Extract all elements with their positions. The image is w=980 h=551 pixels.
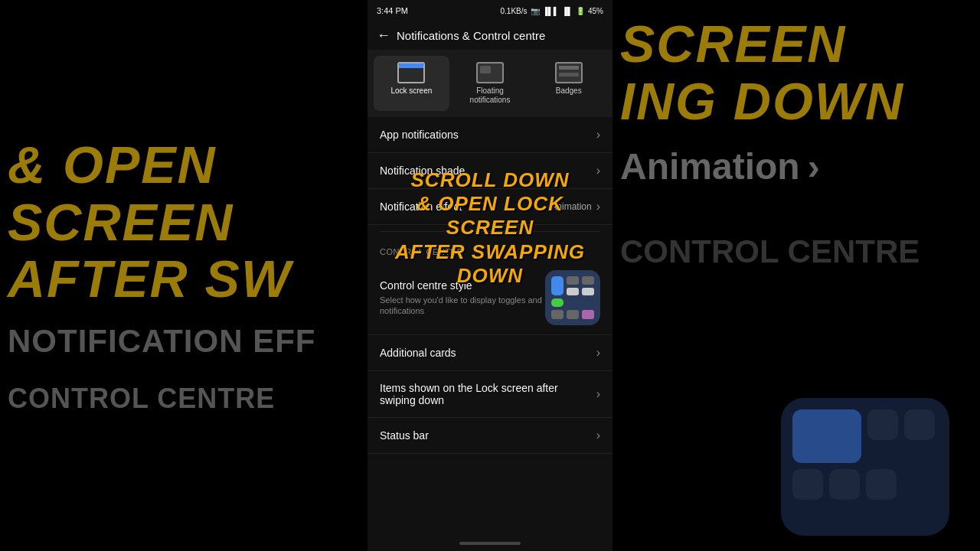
content-area: App notifications › Notification shade ›…	[368, 117, 612, 536]
bg-right-control: CONTROL CENTRE	[620, 233, 920, 270]
cs-green-tile	[551, 298, 564, 307]
status-bar-item[interactable]: Status bar ›	[368, 418, 612, 454]
status-icons: 0.1KB/s 📷 ▐▌▌ ▐▌ 🔋 45%	[501, 7, 603, 15]
additional-cards-item[interactable]: Additional cards ›	[368, 335, 612, 371]
status-bar-label: Status bar	[380, 429, 429, 442]
control-centre-style-title: Control centre style	[380, 279, 545, 292]
animation-label: Animation	[620, 145, 800, 187]
bg-text-yellow-3: AFTER SW	[8, 250, 292, 308]
bg-right-top-2: ING DOWN	[620, 73, 904, 130]
control-centre-style-preview	[545, 270, 600, 325]
back-button[interactable]: ←	[377, 28, 390, 44]
control-centre-style-item[interactable]: Control centre style Select how you'd li…	[368, 261, 612, 335]
cs-white-tile-2	[582, 288, 594, 296]
status-bar-chevron: ›	[596, 429, 600, 442]
tab-floating-label: Floating notifications	[456, 86, 525, 105]
cs-small-3	[582, 310, 594, 319]
additional-cards-label: Additional cards	[380, 347, 456, 359]
tab-badges-label: Badges	[556, 86, 582, 96]
notification-shade-chevron: ›	[596, 164, 600, 178]
tab-floating-notifications[interactable]: Floating notifications	[452, 56, 528, 111]
bg-text-yellow-1: & OPEN	[8, 136, 217, 194]
status-time: 3:44 PM	[377, 6, 408, 15]
bg-text-gray-control: Control centre	[8, 383, 275, 415]
notification-effect-label: Notification effect	[380, 201, 462, 213]
bg-control-block-sm-5	[866, 469, 897, 500]
floating-notifications-icon	[476, 62, 504, 83]
battery-icon: 🔋	[576, 7, 585, 15]
bg-text-yellow-2: SCREEN	[8, 194, 234, 251]
bg-control-block-sm-2	[904, 409, 935, 440]
chevron-right-icon: ›	[808, 145, 820, 187]
control-centre-style-text: Control centre style Select how you'd li…	[380, 279, 545, 317]
section-divider	[380, 231, 600, 232]
page-title: Notifications & Control centre	[397, 29, 545, 42]
data-speed: 0.1KB/s	[501, 7, 528, 15]
background-left: & OPEN SCREEN AFTER SW Notification eff …	[0, 0, 368, 551]
bg-control-block-blue	[792, 409, 861, 463]
cs-blue-tile	[551, 276, 564, 295]
wifi-icon: ▐▌	[562, 7, 573, 15]
tab-badges[interactable]: Badges	[531, 56, 606, 111]
app-notifications-chevron: ›	[596, 128, 600, 142]
items-lock-screen-item[interactable]: Items shown on the Lock screen after swi…	[368, 371, 612, 418]
additional-cards-chevron: ›	[596, 346, 600, 360]
lock-screen-icon-bar	[399, 64, 423, 68]
battery-percent: 45%	[588, 7, 603, 15]
home-indicator	[368, 536, 612, 551]
badges-icon	[555, 62, 583, 83]
control-centre-style-desc: Select how you'd like to display toggles…	[380, 295, 545, 317]
app-notifications-item[interactable]: App notifications ›	[368, 117, 612, 153]
cs-white-tile-1	[567, 288, 579, 296]
items-lock-screen-label: Items shown on the Lock screen after swi…	[380, 382, 596, 406]
app-notifications-label: App notifications	[380, 129, 459, 141]
phone-frame: 3:44 PM 0.1KB/s 📷 ▐▌▌ ▐▌ 🔋 45% ← Notific…	[368, 0, 612, 551]
cs-gray-tile-2	[582, 276, 594, 285]
notification-effect-right: Animation ›	[550, 200, 600, 214]
signal-icon: ▐▌▌	[543, 7, 559, 15]
notification-shade-label: Notification shade	[380, 165, 465, 177]
bg-text-gray-notif: Notification eff	[8, 323, 316, 360]
notification-effect-value: Animation	[550, 201, 591, 212]
cs-gray-tile-1	[567, 276, 579, 285]
status-bar: 3:44 PM 0.1KB/s 📷 ▐▌▌ ▐▌ 🔋 45%	[368, 0, 612, 21]
lock-screen-icon	[397, 62, 425, 83]
notification-effect-item[interactable]: Notification effect Animation ›	[368, 189, 612, 225]
bg-right-anim: Animation ›	[620, 145, 820, 187]
bg-control-preview	[781, 398, 949, 536]
notification-effect-chevron: ›	[596, 200, 600, 214]
cs-small-1	[551, 310, 564, 319]
camera-icon: 📷	[531, 7, 540, 15]
bg-control-block-sm-3	[792, 469, 823, 500]
items-lock-screen-chevron: ›	[596, 387, 600, 401]
tab-lock-screen[interactable]: Lock screen	[374, 56, 449, 111]
cs-small-2	[567, 310, 579, 319]
cs-bottom-row	[551, 310, 594, 319]
tab-lock-screen-label: Lock screen	[390, 86, 432, 96]
bg-control-block-sm-1	[867, 409, 898, 440]
notification-shade-item[interactable]: Notification shade ›	[368, 153, 612, 189]
bg-right-top-1: SCREEN	[620, 15, 846, 73]
bg-control-block-sm-4	[829, 469, 860, 500]
tab-row: Lock screen Floating notifications Badge…	[368, 50, 612, 117]
page-header: ← Notifications & Control centre	[368, 21, 612, 50]
home-bar	[459, 542, 521, 545]
control-centre-section-label: CONTROL CENTRE	[368, 238, 612, 261]
